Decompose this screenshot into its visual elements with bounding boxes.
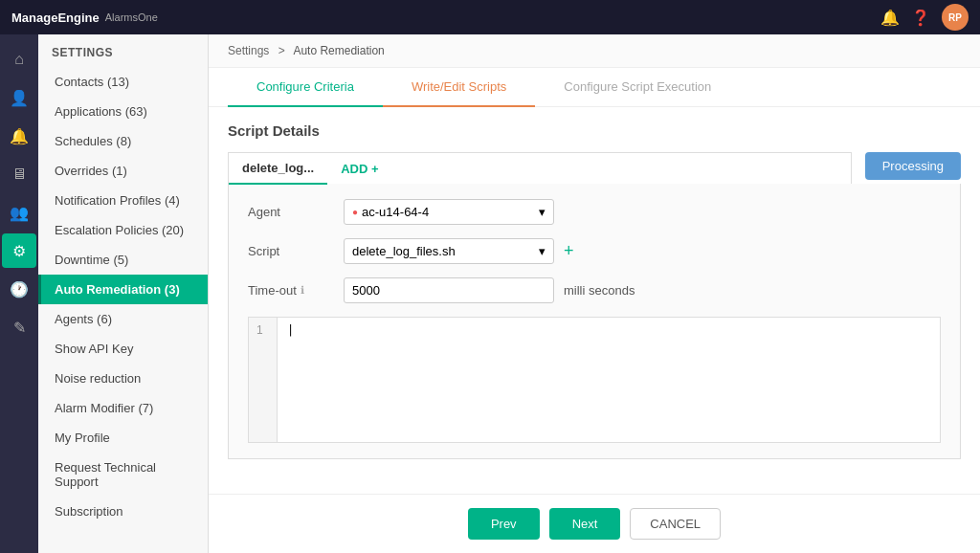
nav-settings[interactable]: ⚙ xyxy=(2,233,36,268)
script-row: Script delete_log_files.sh ▾ + xyxy=(248,238,941,264)
step-tab-configure-script-execution[interactable]: Configure Script Execution xyxy=(535,68,740,107)
sidebar-item-alarm-modifier[interactable]: Alarm Modifier (7) xyxy=(38,393,208,423)
sidebar-header: SETTINGS xyxy=(38,34,208,67)
code-editor[interactable]: 1 | xyxy=(248,317,941,443)
script-tab-delete-log[interactable]: delete_log... xyxy=(229,153,327,185)
step-tab-write-edit-scripts[interactable]: Write/Edit Scripts xyxy=(383,68,535,107)
nav-user[interactable]: 👤 xyxy=(2,80,36,115)
nav-edit[interactable]: ✎ xyxy=(2,310,36,344)
breadcrumb: Settings > Auto Remediation xyxy=(209,34,980,68)
breadcrumb-parent: Settings xyxy=(228,44,269,57)
line-number-1: 1 xyxy=(256,323,269,337)
script-value: delete_log_files.sh xyxy=(352,244,456,258)
script-dropdown[interactable]: delete_log_files.sh ▾ xyxy=(344,238,554,264)
add-script-icon[interactable]: + xyxy=(564,241,574,261)
timeout-label: Time-out ℹ xyxy=(248,283,344,298)
brand-area: ManageEngine AlarmsOne xyxy=(11,11,158,25)
sidebar-item-applications[interactable]: Applications (63) xyxy=(38,97,208,126)
prev-button[interactable]: Prev xyxy=(468,508,540,540)
timeout-suffix: milli seconds xyxy=(564,283,635,298)
sidebar: SETTINGS Contacts (13) Applications (63)… xyxy=(38,34,209,553)
form-area: Agent ● ac-u14-64-4 ▾ Script delete_log_… xyxy=(228,184,961,459)
section-title: Script Details xyxy=(228,122,961,139)
code-gutter: 1 xyxy=(249,318,278,442)
breadcrumb-sep: > xyxy=(278,44,285,57)
script-dropdown-arrow: ▾ xyxy=(539,244,546,258)
timeout-info-icon[interactable]: ℹ xyxy=(301,284,304,297)
sidebar-item-agents[interactable]: Agents (6) xyxy=(38,304,208,334)
script-details-area: Script Details delete_log... ADD + Proce… xyxy=(209,107,980,494)
cursor-indicator: | xyxy=(287,323,294,337)
sidebar-item-subscription[interactable]: Subscription xyxy=(38,497,208,526)
help-icon[interactable]: ❓ xyxy=(911,9,930,27)
product-name: AlarmsOne xyxy=(105,11,158,23)
sidebar-item-request-support[interactable]: Request Technical Support xyxy=(38,453,208,497)
nav-monitor[interactable]: 🖥 xyxy=(2,157,36,191)
icon-nav: ⌂ 👤 🔔 🖥 👥 ⚙ 🕐 ✎ xyxy=(0,34,38,553)
agent-row: Agent ● ac-u14-64-4 ▾ xyxy=(248,199,941,225)
script-tab-bar: delete_log... ADD + xyxy=(228,152,852,184)
brand-name: ManageEngine xyxy=(11,11,100,25)
notification-icon[interactable]: 🔔 xyxy=(880,9,900,27)
sidebar-item-contacts[interactable]: Contacts (13) xyxy=(38,67,208,97)
main-content: Settings > Auto Remediation Configure Cr… xyxy=(209,34,980,553)
agent-dropdown[interactable]: ● ac-u14-64-4 ▾ xyxy=(344,199,554,225)
cancel-button[interactable]: CANCEL xyxy=(630,508,721,540)
sidebar-item-auto-remediation[interactable]: Auto Remediation (3) xyxy=(38,275,208,304)
avatar[interactable]: RP xyxy=(942,4,969,31)
nav-bell[interactable]: 🔔 xyxy=(2,119,36,153)
sidebar-item-schedules[interactable]: Schedules (8) xyxy=(38,126,208,156)
timeout-row: Time-out ℹ milli seconds xyxy=(248,277,941,303)
breadcrumb-current: Auto Remediation xyxy=(293,44,384,57)
sidebar-item-noise-reduction[interactable]: Noise reduction xyxy=(38,364,208,393)
script-label: Script xyxy=(248,244,344,258)
step-tab-configure-criteria[interactable]: Configure Criteria xyxy=(228,68,383,107)
step-tabs: Configure Criteria Write/Edit Scripts Co… xyxy=(209,68,980,107)
agent-value: ac-u14-64-4 xyxy=(362,205,429,219)
top-bar-right: 🔔 ❓ RP xyxy=(880,4,969,31)
agent-status-dot: ● xyxy=(352,207,358,217)
agent-label: Agent xyxy=(248,205,344,219)
nav-group[interactable]: 👥 xyxy=(2,195,36,230)
next-button[interactable]: Next xyxy=(549,508,621,540)
nav-clock[interactable]: 🕐 xyxy=(2,272,36,306)
sidebar-item-notification-profiles[interactable]: Notification Profiles (4) xyxy=(38,186,208,215)
sidebar-item-show-api-key[interactable]: Show API Key xyxy=(38,334,208,364)
bottom-bar: Prev Next CANCEL xyxy=(209,494,980,553)
processing-button[interactable]: Processing xyxy=(865,152,961,180)
code-editor-content[interactable]: | xyxy=(278,318,303,442)
sidebar-item-escalation-policies[interactable]: Escalation Policies (20) xyxy=(38,215,208,245)
nav-home[interactable]: ⌂ xyxy=(2,42,36,77)
sidebar-item-my-profile[interactable]: My Profile xyxy=(38,423,208,453)
sidebar-item-overrides[interactable]: Overrides (1) xyxy=(38,156,208,186)
top-bar: ManageEngine AlarmsOne 🔔 ❓ RP xyxy=(0,0,980,34)
sidebar-item-downtime[interactable]: Downtime (5) xyxy=(38,245,208,275)
timeout-input[interactable] xyxy=(344,277,554,303)
agent-dropdown-arrow: ▾ xyxy=(539,205,546,219)
add-script-tab-button[interactable]: ADD + xyxy=(327,154,391,184)
